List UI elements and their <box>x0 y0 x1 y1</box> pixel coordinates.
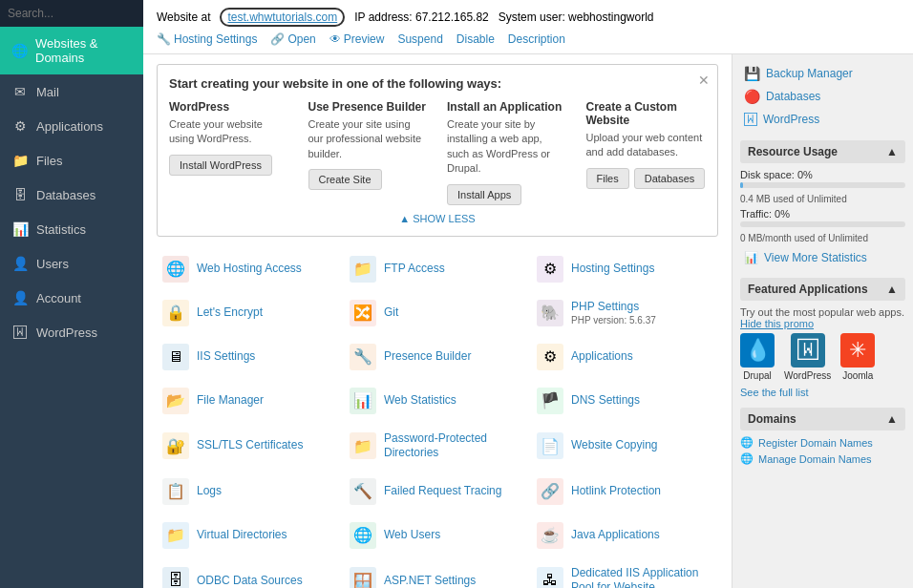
tool-hosting-settings[interactable]: ⚙ Hosting Settings <box>531 248 718 290</box>
tool-hotlink-protection[interactable]: 🔗 Hotlink Protection <box>531 471 718 513</box>
website-label: Website at <box>157 10 210 24</box>
databases-button[interactable]: Databases <box>634 168 706 189</box>
banner-col-cw-text: Upload your web content and add database… <box>586 131 707 160</box>
hide-promo-link[interactable]: Hide this promo <box>740 318 814 329</box>
tool-applications[interactable]: ⚙ Applications <box>531 336 718 378</box>
tool-iis-settings[interactable]: 🖥 IIS Settings <box>157 336 344 378</box>
tool-java-applications[interactable]: ☕ Java Applications <box>531 514 718 556</box>
quick-access-backup-manager[interactable]: 💾Backup Manager <box>740 62 905 85</box>
domains-section: Domains ▲ 🌐Register Domain Names🌐Manage … <box>740 408 905 465</box>
install-wordpress-button[interactable]: Install WordPress <box>169 155 272 176</box>
quick-access-wordpress[interactable]: 🅆WordPress <box>740 108 905 131</box>
tool-dedicated-iis[interactable]: 🖧 Dedicated IIS Application Pool for Web… <box>531 558 718 588</box>
view-more-stats[interactable]: 📊 View More Statistics <box>740 247 905 268</box>
create-site-button[interactable]: Create Site <box>308 169 382 190</box>
content-area: ✕ Start creating your website in one of … <box>143 54 913 588</box>
tool-ssl-tls[interactable]: 🔐 SSL/TLS Certificates <box>157 424 344 469</box>
tool-web-users[interactable]: 🌐 Web Users <box>344 514 531 556</box>
sidebar-item-databases[interactable]: 🗄Databases <box>0 178 143 212</box>
sidebar-item-mail[interactable]: ✉Mail <box>0 74 143 109</box>
sidebar-item-applications[interactable]: ⚙Applications <box>0 109 143 143</box>
tool-aspnet-settings[interactable]: 🪟 ASP.NET Settings <box>344 558 531 588</box>
banner-title: Start creating your website in one of th… <box>169 76 706 91</box>
files-button[interactable]: Files <box>586 168 629 189</box>
php-settings-sub: PHP version: 5.6.37 <box>571 315 656 326</box>
tool-logs[interactable]: 📋 Logs <box>157 471 344 513</box>
ssl-tls-label: SSL/TLS Certificates <box>197 438 303 453</box>
web-hosting-access-label: Web Hosting Access <box>197 262 302 277</box>
search-box[interactable]: 🔍 <box>0 0 143 27</box>
featured-promo-text: Try out the most popular web apps. Hide … <box>740 306 905 329</box>
sidebar-item-users[interactable]: 👤Users <box>0 246 143 281</box>
suspend-link[interactable]: Suspend <box>397 32 442 46</box>
banner-col-wp-text: Create your website using WordPress. <box>169 117 289 147</box>
show-less-button[interactable]: ▲ SHOW LESS <box>169 213 706 224</box>
banner-col-ia-heading: Install an Application <box>447 100 567 114</box>
banner-close-button[interactable]: ✕ <box>698 73 710 88</box>
quick-access-section: 💾Backup Manager🔴Databases🅆WordPress <box>740 62 905 131</box>
odbc-data-sources-icon: 🗄 <box>162 567 189 588</box>
open-link[interactable]: 🔗 Open <box>270 32 315 46</box>
domain-register[interactable]: 🌐Register Domain Names <box>740 436 905 449</box>
sidebar-item-label: Users <box>36 257 69 271</box>
backup-manager-label: Backup Manager <box>766 67 853 80</box>
logs-label: Logs <box>197 484 222 499</box>
sidebar-item-wordpress[interactable]: 🅆WordPress <box>0 315 143 349</box>
tool-website-copying[interactable]: 📄 Website Copying <box>531 424 718 469</box>
preview-link[interactable]: 👁 Preview <box>329 32 385 46</box>
dedicated-iis-icon: 🖧 <box>537 567 563 588</box>
featured-app-drupal[interactable]: 💧 Drupal <box>740 333 775 381</box>
search-input[interactable] <box>8 7 151 20</box>
domain-manage[interactable]: 🌐Manage Domain Names <box>740 452 905 465</box>
install-apps-button[interactable]: Install Apps <box>447 184 521 205</box>
sidebar-item-account[interactable]: 👤Account <box>0 281 143 315</box>
wordpress-icon: 🅆 <box>791 333 825 368</box>
web-statistics-label: Web Statistics <box>384 393 456 409</box>
tool-odbc-data-sources[interactable]: 🗄 ODBC Data Sources <box>157 558 344 588</box>
tool-file-manager[interactable]: 📂 File Manager <box>157 380 344 422</box>
featured-app-wordpress[interactable]: 🅆 WordPress <box>784 333 831 381</box>
sidebar-item-files[interactable]: 📁Files <box>0 143 143 178</box>
tool-presence-builder[interactable]: 🔧 Presence Builder <box>344 336 531 378</box>
web-statistics-icon: 📊 <box>350 388 376 414</box>
hosting-settings-link[interactable]: 🔧 Hosting Settings <box>157 32 257 46</box>
hotlink-protection-label: Hotlink Protection <box>571 484 661 499</box>
drupal-label: Drupal <box>743 370 771 381</box>
aspnet-settings-label: ASP.NET Settings <box>384 574 476 588</box>
tool-ftp-access[interactable]: 📁 FTP Access <box>344 248 531 290</box>
databases-icon: 🗄 <box>11 187 29 202</box>
featured-app-joomla[interactable]: ✳ Joomla <box>840 333 875 381</box>
sidebar-item-statistics[interactable]: 📊Statistics <box>0 212 143 246</box>
see-full-list-link[interactable]: See the full list <box>740 387 905 398</box>
quick-access-databases[interactable]: 🔴Databases <box>740 85 905 108</box>
tool-php-settings[interactable]: 🐘 PHP Settings PHP version: 5.6.37 <box>531 292 718 334</box>
main-panel: ✕ Start creating your website in one of … <box>143 54 732 588</box>
topbar-actions: 🔧 Hosting Settings 🔗 Open 👁 Preview Susp… <box>157 32 900 46</box>
tool-virtual-directories[interactable]: 📁 Virtual Directories <box>157 514 344 556</box>
disable-link[interactable]: Disable <box>456 32 495 46</box>
tool-web-statistics[interactable]: 📊 Web Statistics <box>344 380 531 422</box>
featured-apps-header[interactable]: Featured Applications ▲ <box>740 278 905 301</box>
description-link[interactable]: Description <box>508 32 565 46</box>
dns-settings-label: DNS Settings <box>571 393 640 409</box>
tool-git[interactable]: 🔀 Git <box>344 292 531 334</box>
presence-builder-icon: 🔧 <box>350 344 376 370</box>
disk-bar-fill <box>740 182 743 188</box>
account-icon: 👤 <box>11 290 29 305</box>
tool-dns-settings[interactable]: 🏴 DNS Settings <box>531 380 718 422</box>
sidebar-item-websites-domains[interactable]: 🌐Websites & Domains <box>0 27 143 74</box>
main-content: Website at test.whwtutorials.com IP addr… <box>143 0 913 588</box>
resource-usage-header[interactable]: Resource Usage ▲ <box>740 140 905 163</box>
odbc-data-sources-label: ODBC Data Sources <box>197 574 303 588</box>
tool-web-hosting-access[interactable]: 🌐 Web Hosting Access <box>157 248 344 290</box>
applications-icon: ⚙ <box>11 118 29 134</box>
tool-lets-encrypt[interactable]: 🔒 Let's Encrypt <box>157 292 344 334</box>
domains-header[interactable]: Domains ▲ <box>740 408 905 430</box>
failed-request-icon: 🔨 <box>350 478 376 505</box>
banner-col-cw-heading: Create a Custom Website <box>586 100 707 127</box>
tool-failed-request[interactable]: 🔨 Failed Request Tracing <box>344 471 531 513</box>
iis-settings-label: IIS Settings <box>197 349 255 365</box>
joomla-label: Joomla <box>842 370 873 381</box>
website-url[interactable]: test.whwtutorials.com <box>220 8 345 27</box>
tool-password-protected[interactable]: 📁 Password-Protected Directories <box>344 424 531 469</box>
